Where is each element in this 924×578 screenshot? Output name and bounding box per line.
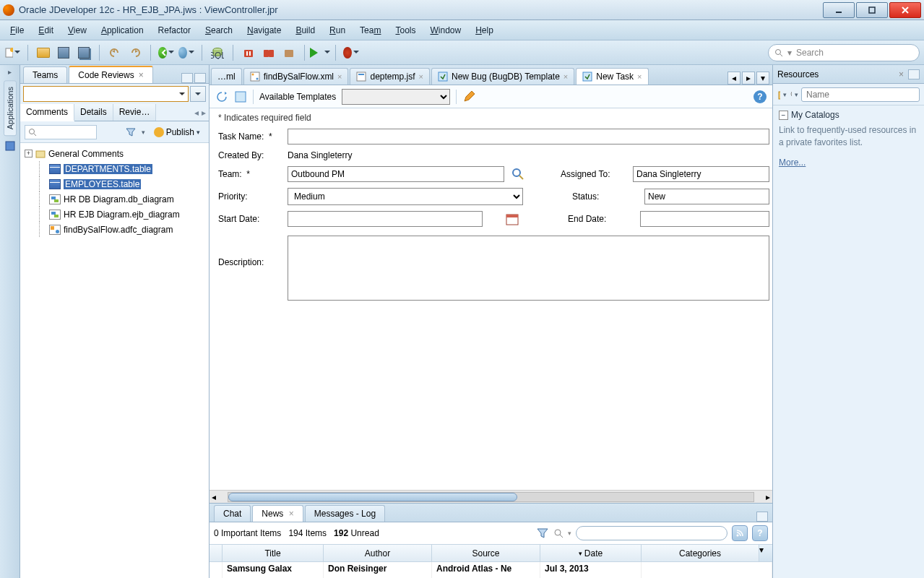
subtab-prev-icon[interactable]: ◂ bbox=[194, 108, 199, 118]
details-subtab[interactable]: Details bbox=[74, 104, 113, 121]
back-button[interactable] bbox=[158, 45, 174, 61]
editor-tab-1[interactable]: findBySalFlow.xml× bbox=[243, 68, 349, 85]
help-icon[interactable]: ? bbox=[754, 90, 767, 103]
minimize-button[interactable] bbox=[823, 2, 855, 18]
menu-application[interactable]: Application bbox=[94, 22, 151, 38]
teams-tab[interactable]: Teams bbox=[23, 66, 67, 83]
start-date-input[interactable] bbox=[288, 211, 483, 227]
filter-icon[interactable] bbox=[536, 527, 549, 540]
tree-item-ejb-diagram[interactable]: HR EJB Diagram.ejb_diagram bbox=[22, 207, 207, 222]
description-input[interactable] bbox=[288, 236, 769, 301]
save-all-button[interactable] bbox=[76, 45, 92, 61]
tree-item-departments[interactable]: DEPARTMENTS.table bbox=[22, 161, 207, 176]
debug-button[interactable] bbox=[343, 45, 359, 61]
menu-window[interactable]: Window bbox=[423, 22, 468, 38]
editor-tab-4[interactable]: New Task× bbox=[576, 68, 648, 85]
menu-run[interactable]: Run bbox=[322, 22, 353, 38]
col-date[interactable]: ▾Date bbox=[540, 545, 642, 561]
subtab-next-icon[interactable]: ▸ bbox=[202, 108, 206, 118]
code-reviews-tab[interactable]: Code Reviews× bbox=[69, 66, 152, 83]
horizontal-scrollbar[interactable]: ◂ ▸ bbox=[210, 490, 772, 503]
build-button-1[interactable] bbox=[241, 45, 256, 61]
my-catalogs-header[interactable]: My Catalogs bbox=[779, 110, 918, 120]
close-icon[interactable]: × bbox=[337, 72, 342, 81]
menu-build[interactable]: Build bbox=[288, 22, 322, 38]
close-icon[interactable]: × bbox=[564, 72, 568, 81]
menu-file[interactable]: File bbox=[3, 22, 31, 38]
search-icon[interactable] bbox=[511, 168, 524, 181]
news-filter-input[interactable] bbox=[576, 526, 727, 540]
col-author[interactable]: Author bbox=[324, 545, 432, 561]
chat-tab[interactable]: Chat bbox=[214, 505, 251, 522]
tree-item-db-diagram[interactable]: HR DB Diagram.db_diagram bbox=[22, 191, 207, 207]
col-categories[interactable]: Categories bbox=[642, 545, 759, 561]
col-source[interactable]: Source bbox=[432, 545, 540, 561]
tree-item-employees[interactable]: EMPLOYEES.table bbox=[22, 176, 207, 191]
search-icon[interactable] bbox=[790, 90, 792, 100]
templates-select[interactable] bbox=[342, 89, 450, 105]
news-help-icon[interactable]: ? bbox=[752, 525, 768, 541]
template-icon[interactable] bbox=[234, 90, 247, 103]
comments-subtab[interactable]: Comments bbox=[20, 104, 74, 121]
menu-help[interactable]: Help bbox=[468, 22, 501, 38]
run-button[interactable] bbox=[312, 45, 328, 61]
global-search[interactable]: ▾ Search bbox=[768, 44, 920, 61]
table-scroll-icon[interactable]: ▾ bbox=[759, 545, 772, 561]
task-name-input[interactable] bbox=[288, 129, 769, 144]
editor-tab-2[interactable]: deptemp.jsf× bbox=[350, 68, 429, 85]
close-icon[interactable]: × bbox=[419, 72, 423, 81]
publish-button[interactable]: Publish▾ bbox=[150, 126, 204, 139]
menu-team[interactable]: Team bbox=[353, 22, 388, 38]
forward-button[interactable] bbox=[178, 45, 194, 61]
assigned-input[interactable] bbox=[633, 166, 769, 182]
comments-search[interactable] bbox=[25, 125, 97, 139]
team-input[interactable] bbox=[288, 166, 504, 182]
calendar-icon[interactable] bbox=[506, 212, 519, 225]
panel-minimize-icon[interactable] bbox=[756, 512, 768, 522]
tab-list-icon[interactable]: ▾ bbox=[756, 72, 769, 85]
editor-tab-0[interactable]: …ml bbox=[211, 68, 242, 85]
refresh-icon[interactable] bbox=[215, 90, 228, 103]
messages-tab[interactable]: Messages - Log bbox=[305, 505, 385, 522]
review-selector[interactable] bbox=[23, 86, 189, 102]
editor-tab-3[interactable]: New Bug (BugDB) Template× bbox=[431, 68, 574, 85]
new-button[interactable] bbox=[4, 45, 20, 61]
review-selector-aux[interactable] bbox=[190, 86, 206, 102]
tree-root[interactable]: + General Comments bbox=[22, 146, 207, 161]
tab-next-icon[interactable]: ▸ bbox=[742, 72, 755, 85]
menu-navigate[interactable]: Navigate bbox=[240, 22, 288, 38]
end-date-input[interactable] bbox=[640, 211, 769, 227]
menu-tools[interactable]: Tools bbox=[388, 22, 423, 38]
tree-item-flow-diagram[interactable]: findBySalFlow.adfc_diagram bbox=[22, 222, 207, 237]
maximize-button[interactable] bbox=[856, 2, 888, 18]
menu-view[interactable]: View bbox=[61, 22, 94, 38]
feed-button[interactable] bbox=[732, 525, 748, 541]
status-input[interactable] bbox=[644, 189, 769, 204]
news-tab[interactable]: News × bbox=[252, 505, 303, 522]
close-icon[interactable]: × bbox=[139, 70, 144, 80]
news-row[interactable]: Samsung Galax Don Reisinger Android Atla… bbox=[210, 562, 772, 578]
close-button[interactable] bbox=[889, 2, 921, 18]
filter-icon[interactable] bbox=[124, 126, 137, 139]
review-subtab[interactable]: Revie… bbox=[113, 104, 157, 121]
menu-refactor[interactable]: Refactor bbox=[151, 22, 198, 38]
expand-icon[interactable]: + bbox=[25, 150, 33, 158]
panel-maximize-icon[interactable] bbox=[194, 73, 206, 83]
undo-button[interactable] bbox=[107, 45, 123, 61]
sql-button[interactable]: SQL bbox=[210, 45, 225, 61]
menu-search[interactable]: Search bbox=[198, 22, 240, 38]
applications-tab[interactable]: Applications bbox=[4, 80, 17, 136]
build-button-3[interactable] bbox=[281, 45, 297, 61]
menu-edit[interactable]: Edit bbox=[31, 22, 61, 38]
priority-select[interactable]: Medium bbox=[288, 188, 523, 205]
new-resource-icon[interactable] bbox=[777, 89, 780, 100]
redo-button[interactable] bbox=[127, 45, 143, 61]
panel-maximize-icon[interactable] bbox=[908, 69, 920, 79]
more-link[interactable]: More... bbox=[779, 158, 806, 168]
panel-minimize-icon[interactable] bbox=[181, 73, 193, 83]
save-button[interactable] bbox=[56, 45, 72, 61]
col-title[interactable]: Title bbox=[223, 545, 324, 561]
close-icon[interactable]: × bbox=[289, 509, 294, 519]
open-button[interactable] bbox=[35, 45, 51, 61]
close-icon[interactable]: × bbox=[899, 69, 904, 79]
